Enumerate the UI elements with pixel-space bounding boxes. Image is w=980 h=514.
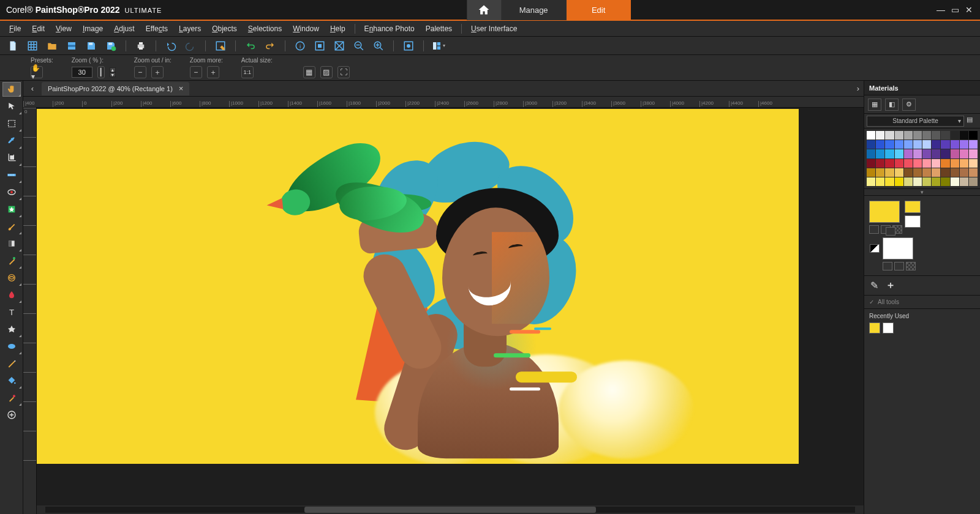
smudge-tool[interactable] bbox=[2, 288, 21, 302]
swatch[interactable] bbox=[876, 168, 884, 177]
shape-tool[interactable] bbox=[2, 322, 21, 337]
swatch[interactable] bbox=[913, 140, 922, 149]
zoom-in-step-button[interactable]: ＋ bbox=[151, 66, 164, 78]
swatch[interactable] bbox=[895, 177, 903, 186]
swatch[interactable] bbox=[960, 168, 968, 177]
dropper-icon[interactable]: ✎ bbox=[870, 280, 878, 291]
bg-style-a[interactable] bbox=[883, 262, 892, 270]
menu-adjust[interactable]: Adjust bbox=[108, 24, 140, 33]
menu-layers[interactable]: Layers bbox=[173, 24, 206, 33]
mode-manage-button[interactable]: Manage bbox=[501, 0, 566, 20]
palette-options-button[interactable]: ▤ bbox=[967, 116, 978, 127]
background-swatch[interactable] bbox=[883, 237, 913, 259]
swatch[interactable] bbox=[941, 159, 949, 168]
bg-style-b[interactable] bbox=[894, 262, 904, 270]
swatch[interactable] bbox=[876, 177, 884, 186]
undo-button[interactable] bbox=[164, 39, 178, 53]
fit-window-button[interactable] bbox=[313, 39, 326, 53]
screenshot-button[interactable] bbox=[214, 39, 227, 53]
add-tool[interactable] bbox=[2, 408, 21, 422]
swatch[interactable] bbox=[951, 131, 959, 140]
swatch[interactable] bbox=[876, 159, 884, 168]
zoom-pct-input[interactable] bbox=[72, 67, 92, 78]
pan-tool[interactable] bbox=[2, 82, 21, 97]
fill-tool[interactable] bbox=[2, 373, 21, 388]
menu-objects[interactable]: Objects bbox=[206, 24, 243, 33]
swatch[interactable] bbox=[960, 140, 968, 149]
swatch[interactable] bbox=[960, 159, 968, 168]
text-tool[interactable]: T bbox=[2, 305, 21, 319]
warp-tool[interactable] bbox=[2, 270, 21, 285]
lighten-tool[interactable] bbox=[2, 236, 21, 251]
swatch[interactable] bbox=[932, 159, 940, 168]
foreground-swatch-small[interactable] bbox=[905, 201, 921, 213]
redo-history-button[interactable] bbox=[263, 39, 277, 53]
undo-history-button[interactable] bbox=[244, 39, 257, 53]
all-tools-row[interactable]: ✓ All tools bbox=[864, 296, 980, 309]
materials-mode-swatches[interactable]: ▦ bbox=[868, 99, 881, 111]
swatch[interactable] bbox=[885, 168, 894, 177]
swatch[interactable] bbox=[904, 140, 913, 149]
grid-button[interactable] bbox=[26, 39, 39, 53]
swatch[interactable] bbox=[913, 149, 922, 158]
swatch[interactable] bbox=[867, 140, 875, 149]
mode-edit-button[interactable]: Edit bbox=[566, 0, 631, 20]
document-tab[interactable]: PaintShopPro 2022 @ 40% (Rectangle 1) × bbox=[42, 82, 189, 95]
zoom-more-in-button[interactable]: ＋ bbox=[207, 66, 219, 78]
swatch[interactable] bbox=[932, 177, 940, 186]
swatch[interactable] bbox=[960, 131, 968, 140]
swatch[interactable] bbox=[932, 131, 940, 140]
menu-enhance-photo[interactable]: Enhance Photo bbox=[359, 24, 420, 33]
swatch[interactable] bbox=[895, 131, 903, 140]
clone-tool[interactable] bbox=[2, 253, 21, 268]
actual-size-button[interactable]: 1:1 bbox=[241, 66, 254, 78]
recent-swatch[interactable] bbox=[869, 322, 880, 333]
print-button[interactable] bbox=[134, 39, 148, 53]
swatch[interactable] bbox=[922, 149, 931, 158]
swatch[interactable] bbox=[969, 168, 978, 177]
workspace-button[interactable]: ▾ bbox=[432, 39, 445, 53]
swatch[interactable] bbox=[960, 149, 968, 158]
swatch[interactable] bbox=[922, 177, 931, 186]
save-as-button[interactable] bbox=[104, 39, 118, 53]
swatch[interactable] bbox=[969, 140, 978, 149]
straighten-tool[interactable] bbox=[2, 168, 21, 182]
menu-selections[interactable]: Selections bbox=[243, 24, 287, 33]
swatch[interactable] bbox=[885, 140, 894, 149]
pen-tool[interactable] bbox=[2, 356, 21, 371]
swatch[interactable] bbox=[969, 177, 978, 186]
swatch[interactable] bbox=[895, 149, 903, 158]
close-tab-button[interactable]: × bbox=[179, 84, 184, 93]
scrollbar-thumb[interactable] bbox=[304, 507, 596, 513]
zoom-out-step-button[interactable]: − bbox=[134, 66, 146, 78]
swatch[interactable] bbox=[932, 149, 940, 158]
view-opt-a-button[interactable]: ▦ bbox=[303, 66, 315, 78]
swatch[interactable] bbox=[969, 149, 978, 158]
new-file-button[interactable] bbox=[6, 39, 20, 53]
materials-mode-rainbow[interactable]: ◧ bbox=[885, 99, 899, 111]
swap-colors-button[interactable] bbox=[870, 244, 880, 253]
swatch[interactable] bbox=[885, 149, 894, 158]
swatch[interactable] bbox=[876, 149, 884, 158]
info-button[interactable]: i bbox=[293, 39, 307, 53]
background-swatch-small[interactable] bbox=[905, 215, 921, 228]
makeover-tool[interactable] bbox=[2, 202, 21, 217]
zoom-more-out-button[interactable]: − bbox=[190, 66, 202, 78]
horizontal-scrollbar[interactable] bbox=[37, 505, 864, 514]
zoom-out-button[interactable] bbox=[352, 39, 366, 53]
swatch[interactable] bbox=[904, 168, 913, 177]
swatch[interactable] bbox=[922, 159, 931, 168]
foreground-swatch[interactable] bbox=[869, 201, 900, 223]
selection-tool[interactable] bbox=[2, 116, 21, 131]
zoom-pct-slider[interactable]: ┃ bbox=[97, 66, 105, 78]
swatch[interactable] bbox=[895, 168, 903, 177]
swatch[interactable] bbox=[941, 168, 949, 177]
swatch[interactable] bbox=[969, 131, 978, 140]
minimize-button[interactable]: — bbox=[937, 5, 945, 15]
swatch[interactable] bbox=[895, 159, 903, 168]
menu-effects[interactable]: Effects bbox=[140, 24, 173, 33]
menu-window[interactable]: Window bbox=[287, 24, 325, 33]
redo-button[interactable] bbox=[184, 39, 197, 53]
maximize-button[interactable]: ▭ bbox=[951, 5, 959, 15]
canvas[interactable] bbox=[37, 109, 799, 464]
